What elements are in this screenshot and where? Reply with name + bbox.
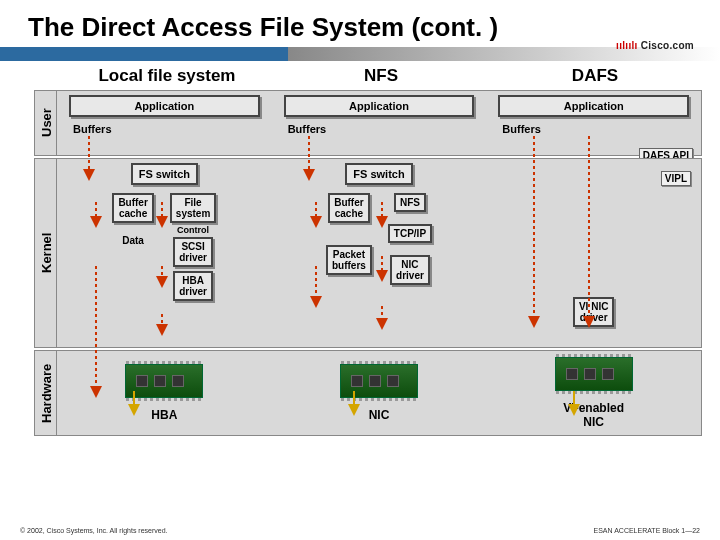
nfs-tcpip-box: TCP/IP: [388, 224, 432, 243]
nfs-application-box: Application: [284, 95, 475, 117]
footer-slide-id: ESAN ACCELERATE Block 1—22: [594, 527, 700, 534]
dafs-vi-nic-driver: VI NIC driver: [573, 297, 614, 327]
vi-nic-label: VI-enabled NIC: [563, 401, 624, 429]
dafs-application-box: Application: [498, 95, 689, 117]
layer-user: User Application Buffers Application Buf…: [34, 90, 702, 156]
local-fs-switch: FS switch: [131, 163, 198, 185]
local-file-system: File system: [170, 193, 216, 223]
local-application-box: Application: [69, 95, 260, 117]
nfs-packet-buffers: Packet buffers: [326, 245, 372, 275]
layer-kernel: Kernel VIPL FS switch Buffer cache Data: [34, 158, 702, 348]
cisco-logo: Cisco.com: [616, 40, 694, 51]
slide-title: The Direct Access File System (cont. ): [0, 0, 720, 47]
local-hba-driver: HBA driver: [173, 271, 213, 301]
nic-chip-icon: [340, 364, 418, 398]
nfs-nic-driver: NIC driver: [390, 255, 430, 285]
layer-label-user: User: [35, 91, 57, 155]
layer-label-hardware: Hardware: [35, 351, 57, 435]
nfs-fs-switch: FS switch: [345, 163, 412, 185]
dafs-buffers: Buffers: [498, 121, 545, 137]
local-control-label: Control: [177, 225, 209, 235]
nfs-buffers: Buffers: [284, 121, 331, 137]
nic-label: NIC: [369, 408, 390, 422]
hba-label: HBA: [151, 408, 177, 422]
nfs-buffer-cache: Buffer cache: [328, 193, 369, 223]
footer-copyright: © 2002, Cisco Systems, Inc. All rights r…: [20, 527, 168, 534]
layer-hardware: Hardware HBA NIC VI-enabled NIC: [34, 350, 702, 436]
col-header-nfs: NFS: [274, 66, 488, 86]
divider-band: [0, 47, 720, 61]
local-buffer-cache: Buffer cache: [112, 193, 153, 223]
nfs-nfs-box: NFS: [394, 193, 426, 212]
col-header-dafs: DAFS: [488, 66, 702, 86]
col-header-local: Local file system: [60, 66, 274, 86]
hba-chip-icon: [125, 364, 203, 398]
layer-label-kernel: Kernel: [35, 159, 57, 347]
vi-nic-chip-icon: [555, 357, 633, 391]
local-scsi-driver: SCSI driver: [173, 237, 213, 267]
column-headers: Local file system NFS DAFS: [60, 66, 702, 86]
local-buffers: Buffers: [69, 121, 116, 137]
local-data-label: Data: [122, 235, 144, 246]
